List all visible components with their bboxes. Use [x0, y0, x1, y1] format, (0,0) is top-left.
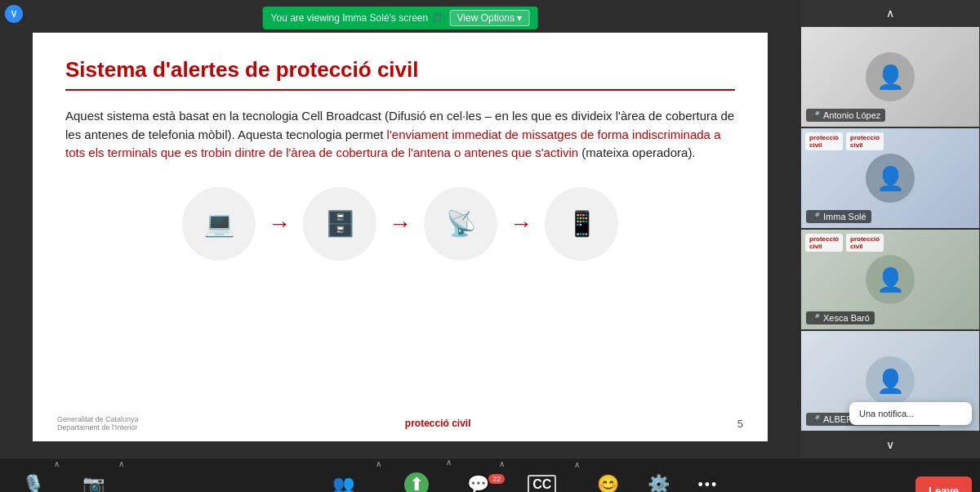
stop-video-button[interactable]: 📷 Stop Video [65, 469, 122, 492]
slide-footer: Generalitat de Catalunya Departament de … [57, 415, 743, 432]
stop-video-icon: 📷 [82, 474, 105, 492]
settings-button[interactable]: ⚙️ Settings [635, 469, 684, 492]
slide-page-number: 5 [737, 418, 743, 430]
reactions-group: 😊 Reactions [581, 469, 634, 492]
diagram-arrow-2: → [389, 211, 412, 237]
participants-icon: 👥 [332, 474, 354, 492]
show-captions-button[interactable]: CC Show Captions [506, 470, 577, 492]
diagram-arrow-3: → [510, 211, 532, 237]
chat-icon: 💬 [467, 474, 489, 492]
mic-icon-antonio: 🎤 [811, 111, 820, 119]
diagram-item-3: 📡 [424, 187, 497, 261]
slide-area: You are viewing Imma Solé's screen 🎵 Vie… [0, 0, 800, 458]
toolbar-center: 👥 Participants 72 ∧ ⬆ Share Screen ∧ 💬 C… [309, 467, 733, 492]
reactions-icon: 😊 [597, 474, 619, 492]
more-icon: ••• [698, 476, 719, 493]
participants-chevron-icon[interactable]: ∧ [374, 453, 383, 468]
slide-content: Sistema d'alertes de protecció civil Aqu… [33, 33, 768, 441]
settings-icon: ⚙️ [648, 474, 670, 492]
participant-name-antonio: 🎤 Antonio López [806, 109, 885, 122]
diagram-item-2: 🗄️ [303, 187, 376, 261]
more-button[interactable]: ••• More [684, 472, 733, 493]
share-screen-icon: ⬆ [404, 472, 429, 492]
slide-footer-logo: Generalitat de Catalunya Departament de … [57, 415, 139, 432]
chat-chevron-icon[interactable]: ∧ [497, 453, 506, 468]
stop-video-group: 📷 Stop Video ∧ [65, 469, 126, 492]
zoom-logo: V [5, 5, 23, 23]
notification-text: Una notifica... [859, 409, 914, 418]
unmute-chevron-icon[interactable]: ∧ [52, 453, 61, 468]
participant-name-xesca: 🎤 Xesca Baró [806, 311, 875, 324]
slide-body: Aquest sistema està basat en la tecnolog… [65, 107, 735, 163]
share-screen-chevron-icon[interactable]: ∧ [444, 451, 453, 467]
participant-name-imma: 🎤 Imma Solé [806, 210, 871, 223]
participant-tile-xesca: protecciócivil protecciócivil 👤 🎤 Xesca … [800, 229, 980, 330]
slide-footer-brand: protecció civil [405, 418, 471, 429]
toolbar-right: Leave [915, 476, 972, 492]
chat-group: 💬 Chat 22 ∧ [453, 469, 506, 492]
slide-body-end: (mateixa operadora). [578, 145, 695, 159]
unmute-icon: 🎙️ [22, 474, 44, 492]
notification-toast: Una notifica... [849, 402, 972, 425]
unmute-button[interactable]: 🎙️ Unmute [8, 469, 57, 492]
show-captions-group: CC Show Captions ∧ [506, 470, 581, 492]
mic-icon-imma: 🎤 [811, 212, 820, 221]
mic-icon-albert: 🎤 [811, 415, 820, 423]
settings-group: ⚙️ Settings [635, 469, 684, 492]
diagram-item-4: 📱 [545, 187, 618, 261]
participants-button[interactable]: 👥 Participants 72 [309, 469, 379, 492]
diagram-item-1: 💻 [182, 187, 256, 261]
show-captions-chevron-icon[interactable]: ∧ [572, 454, 581, 469]
slide-title: Sistema d'alertes de protecció civil [65, 57, 735, 91]
chat-badge: 22 [488, 474, 505, 484]
unmute-group: 🎙️ Unmute ∧ [8, 469, 61, 492]
toolbar-left: 🎙️ Unmute ∧ 📷 Stop Video ∧ [8, 469, 126, 492]
participant-tile-imma: protecciócivil protecciócivil 👤 🎤 Imma S… [800, 127, 980, 229]
participant-tile-antonio: 👤 🎤 Antonio López [800, 26, 980, 127]
viewing-banner: You are viewing Imma Solé's screen 🎵 Vie… [263, 7, 538, 29]
show-captions-icon: CC [528, 475, 556, 492]
view-options-button[interactable]: View Options ▾ [450, 10, 530, 26]
chevron-down-button[interactable]: ∨ [800, 432, 980, 458]
diagram-arrow-1: → [268, 211, 291, 237]
leave-button[interactable]: Leave [915, 476, 972, 492]
share-screen-group: ⬆ Share Screen ∧ [383, 467, 453, 492]
reactions-button[interactable]: 😊 Reactions [581, 469, 634, 492]
mic-icon-xesca: 🎤 [811, 314, 820, 322]
slide-diagram: 💻 → 🗄️ → 📡 → 📱 [65, 187, 735, 261]
chevron-up-button[interactable]: ∧ [800, 0, 980, 26]
toolbar: 🎙️ Unmute ∧ 📷 Stop Video ∧ 👥 Participant… [0, 458, 980, 492]
share-screen-button[interactable]: ⬆ Share Screen [383, 467, 449, 492]
right-panel: ∧ 👤 🎤 Antonio López protecciócivil prote… [800, 0, 980, 458]
participants-group: 👥 Participants 72 ∧ [309, 469, 383, 492]
more-group: ••• More [684, 472, 733, 493]
viewing-banner-text: You are viewing Imma Solé's screen 🎵 [271, 12, 443, 24]
stop-video-chevron-icon[interactable]: ∧ [117, 453, 126, 468]
